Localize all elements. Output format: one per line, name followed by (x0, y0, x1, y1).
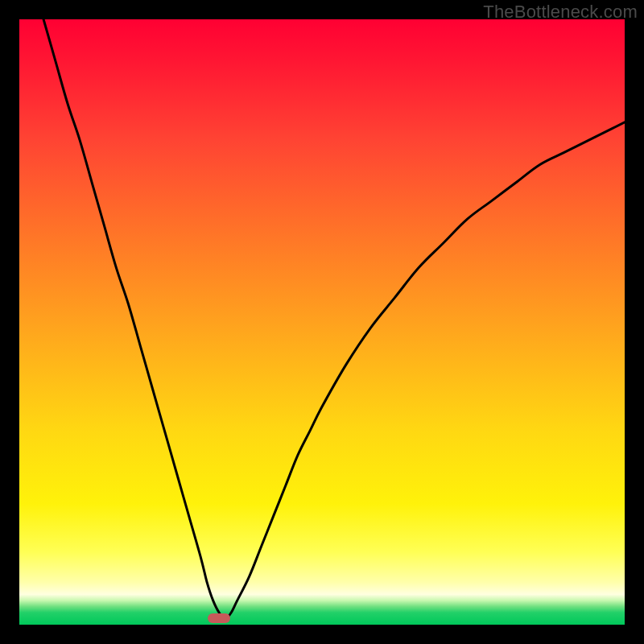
chart-container: TheBottleneck.com (0, 0, 644, 644)
watermark-text: TheBottleneck.com (483, 2, 638, 23)
bottleneck-curve-path (43, 19, 625, 618)
plot-area (19, 19, 625, 625)
minimum-marker (208, 613, 230, 623)
curve-svg (19, 19, 625, 625)
